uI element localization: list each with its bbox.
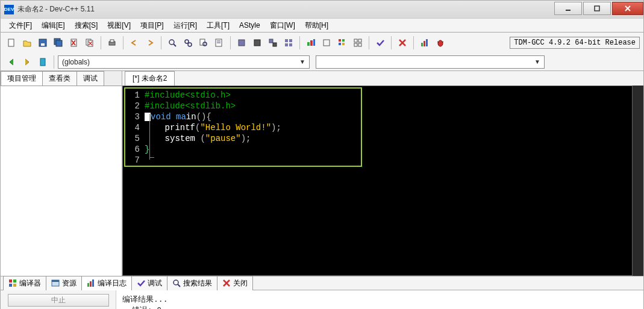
member-combo[interactable]: ▼ [316,55,545,69]
chart-button[interactable] [417,36,432,50]
separator [123,36,123,49]
menu-window[interactable]: 窗口[W] [266,19,299,32]
tab-compile-log[interactable]: 编译日志 [81,276,132,291]
code-line: 2#include<stdlib.h> [123,101,632,111]
menu-run[interactable]: 运行[R] [170,19,201,32]
tab-resources[interactable]: 资源 [46,276,82,291]
svg-rect-1 [595,6,599,11]
tab-search-results[interactable]: 搜索结果 [167,276,217,291]
tab-close[interactable]: 关闭 [217,276,253,291]
run-button[interactable] [250,36,264,50]
menu-edit[interactable]: 编辑[E] [38,19,69,32]
close-file-button[interactable] [67,36,81,50]
compile-output[interactable]: 编译结果... - 错误: 0 - 警告: 0 [116,290,643,309]
code-line: 1#include<stdio.h> [123,90,632,101]
fold-guide-end [149,157,154,158]
window-title: 未命名2 - Dev-C++ 5.11 [17,4,554,14]
scope-combo-value: (globals) [62,58,90,66]
save-all-button[interactable] [51,36,66,50]
minimize-button[interactable] [554,2,582,15]
find-button[interactable] [165,36,180,50]
left-tabs: 项目管理 查看类 调试 [1,71,122,86]
tab-label: 调试 [148,278,162,289]
left-panel: 项目管理 查看类 调试 [1,71,122,276]
vertical-scrollbar[interactable] [633,86,643,276]
tab-label: 资源 [62,278,77,289]
code-content: #include<stdlib.h> [145,101,236,111]
chevron-down-icon: ▼ [534,58,540,65]
open-file-button[interactable] [20,36,34,50]
bookmarks-button[interactable] [36,55,50,69]
scope-combo[interactable]: (globals) ▼ [58,55,310,69]
menu-astyle[interactable]: AStyle [236,20,264,31]
svg-point-21 [188,43,192,46]
separator [391,36,392,49]
code-editor[interactable]: 1#include<stdio.h>2#include<stdlib.h>3vo… [122,86,633,276]
close-button[interactable] [612,2,643,15]
svg-rect-4 [8,39,14,46]
tab-project[interactable]: 项目管理 [1,71,43,86]
menu-search[interactable]: 搜索[S] [71,19,102,32]
find-in-files-button[interactable] [196,36,211,50]
close-all-button[interactable] [83,36,97,50]
bottom-tabs: 编译器 资源 编译日志 调试 搜索结果 关闭 [0,276,644,290]
svg-rect-27 [239,40,245,46]
forward-button[interactable] [20,55,34,69]
new-file-button[interactable] [4,36,19,50]
menu-view[interactable]: 视图[V] [104,19,134,32]
check-button[interactable] [373,36,387,50]
titlebar: DEV 未命名2 - Dev-C++ 5.11 [0,0,644,18]
menu-file[interactable]: 文件[F] [5,19,36,32]
svg-point-52 [438,40,443,46]
svg-rect-36 [310,40,313,46]
profile-button[interactable] [335,36,349,50]
svg-rect-46 [358,43,361,46]
debug-button[interactable] [304,36,318,50]
delete-profile-button[interactable] [395,36,410,50]
redo-button[interactable] [143,36,157,50]
editor-tabs: [*] 未命名2 [122,71,643,86]
tab-debug[interactable]: 调试 [77,71,104,86]
replace-button[interactable] [181,36,195,50]
editor-tab[interactable]: [*] 未命名2 [125,71,175,86]
chart-icon [87,279,95,287]
bug-button[interactable] [433,36,448,50]
svg-rect-56 [9,279,12,282]
undo-button[interactable] [127,36,142,50]
clean-button[interactable] [351,36,365,50]
svg-point-20 [185,40,189,43]
svg-line-19 [174,44,176,46]
window-buttons [554,4,643,15]
tab-classes[interactable]: 查看类 [42,71,77,86]
svg-rect-57 [13,279,16,282]
svg-rect-58 [9,284,12,287]
tab-compiler[interactable]: 编译器 [3,276,46,291]
svg-rect-17 [110,40,114,42]
goto-line-button[interactable] [212,36,227,50]
rebuild-button[interactable] [281,36,296,50]
svg-rect-6 [41,43,45,46]
svg-rect-8 [56,40,62,46]
menu-help[interactable]: 帮助[H] [301,19,332,32]
compile-run-button[interactable] [266,36,280,50]
save-button[interactable] [36,36,50,50]
svg-rect-35 [307,42,310,46]
print-button[interactable] [105,36,119,50]
line-number: 5 [123,133,145,144]
project-tree[interactable] [1,86,122,276]
tab-debug-bottom[interactable]: 调试 [131,276,167,291]
maximize-button[interactable] [583,2,611,15]
compiler-selector[interactable]: TDM-GCC 4.9.2 64-bit Release [510,37,640,49]
svg-rect-45 [354,43,357,46]
svg-rect-50 [424,41,425,46]
back-button[interactable] [4,55,19,69]
compile-button[interactable] [234,36,249,50]
stop-debug-button[interactable] [319,36,334,50]
stop-button[interactable]: 中止 [8,294,109,307]
svg-rect-33 [285,43,288,46]
code-line: 3void main(){ [123,111,632,122]
fold-guide [149,114,150,160]
menu-project[interactable]: 项目[P] [137,19,167,32]
svg-rect-29 [269,39,273,43]
menu-tools[interactable]: 工具[T] [203,19,233,32]
